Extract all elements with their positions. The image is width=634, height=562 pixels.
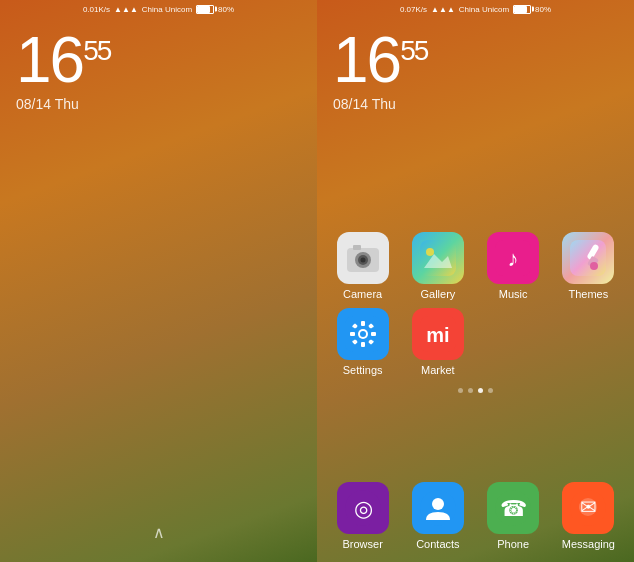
svg-rect-18 xyxy=(361,321,365,326)
market-svg: mi xyxy=(420,316,456,352)
left-carrier: China Unicom xyxy=(142,5,192,14)
svg-text:✉: ✉ xyxy=(580,496,597,518)
settings-svg xyxy=(345,316,381,352)
right-time-minutes: 55 xyxy=(400,35,427,66)
left-battery-icon xyxy=(196,5,214,14)
gallery-svg xyxy=(420,240,456,276)
browser-svg: ◎ xyxy=(345,490,381,526)
themes-svg xyxy=(570,240,606,276)
market-icon: mi xyxy=(412,308,464,360)
contacts-icon xyxy=(412,482,464,534)
left-battery-fill xyxy=(197,6,210,13)
right-status-text: 0.07K/s ▲▲▲ China Unicom 80% xyxy=(400,5,551,14)
camera-svg xyxy=(345,240,381,276)
contacts-svg xyxy=(420,490,456,526)
dock-bar: ◎ Browser Contacts ☎ xyxy=(317,474,634,562)
app-settings[interactable]: Settings xyxy=(329,308,396,376)
right-battery-percent: 80% xyxy=(535,5,551,14)
right-signal-icon: ▲▲▲ xyxy=(431,5,455,14)
right-time-hours: 16 xyxy=(333,24,400,96)
left-status-text: 0.01K/s ▲▲▲ China Unicom 80% xyxy=(83,5,234,14)
left-phone-screen: 0.01K/s ▲▲▲ China Unicom 80% 1655 08/14 … xyxy=(0,0,317,562)
right-carrier: China Unicom xyxy=(459,5,509,14)
left-time: 1655 xyxy=(16,28,301,92)
music-icon: ♪ xyxy=(487,232,539,284)
messaging-label: Messaging xyxy=(562,538,615,550)
swipe-up-indicator[interactable]: ∧ xyxy=(153,523,165,542)
left-date: 08/14 Thu xyxy=(16,96,301,112)
left-time-minutes: 55 xyxy=(83,35,110,66)
app-grid: Camera Ga xyxy=(317,232,634,376)
right-date: 08/14 Thu xyxy=(333,96,618,112)
svg-rect-20 xyxy=(350,332,355,336)
right-phone-screen: 0.07K/s ▲▲▲ China Unicom 80% 1655 08/14 … xyxy=(317,0,634,562)
music-svg: ♪ xyxy=(495,240,531,276)
app-music[interactable]: ♪ Music xyxy=(480,232,547,300)
left-status-bar: 0.01K/s ▲▲▲ China Unicom 80% xyxy=(0,0,317,18)
right-battery-icon xyxy=(513,5,531,14)
app-browser[interactable]: ◎ Browser xyxy=(329,482,396,550)
svg-point-3 xyxy=(360,258,365,263)
camera-icon xyxy=(337,232,389,284)
right-time-display: 1655 08/14 Thu xyxy=(317,18,634,112)
left-time-hours: 16 xyxy=(16,24,83,96)
svg-rect-19 xyxy=(361,342,365,347)
themes-label: Themes xyxy=(569,288,609,300)
svg-rect-21 xyxy=(371,332,376,336)
camera-label: Camera xyxy=(343,288,382,300)
dot-4 xyxy=(488,388,493,393)
svg-text:♪: ♪ xyxy=(508,246,519,271)
gallery-label: Gallery xyxy=(420,288,455,300)
browser-icon: ◎ xyxy=(337,482,389,534)
svg-text:◎: ◎ xyxy=(353,496,372,521)
right-time: 1655 xyxy=(333,28,618,92)
svg-point-17 xyxy=(360,331,366,337)
app-gallery[interactable]: Gallery xyxy=(404,232,471,300)
svg-point-13 xyxy=(590,262,598,270)
themes-icon xyxy=(562,232,614,284)
right-battery-fill xyxy=(514,6,527,13)
app-phone[interactable]: ☎ Phone xyxy=(480,482,547,550)
dot-3 xyxy=(478,388,483,393)
music-label: Music xyxy=(499,288,528,300)
messaging-svg: ✉ xyxy=(570,490,606,526)
market-label: Market xyxy=(421,364,455,376)
settings-label: Settings xyxy=(343,364,383,376)
left-battery-percent: 80% xyxy=(218,5,234,14)
dot-1 xyxy=(458,388,463,393)
app-market[interactable]: mi Market xyxy=(404,308,471,376)
phone-svg: ☎ xyxy=(495,490,531,526)
svg-rect-4 xyxy=(353,245,361,250)
app-camera[interactable]: Camera xyxy=(329,232,396,300)
left-signal-icon: ▲▲▲ xyxy=(114,5,138,14)
contacts-label: Contacts xyxy=(416,538,459,550)
app-contacts[interactable]: Contacts xyxy=(404,482,471,550)
svg-point-7 xyxy=(426,248,434,256)
app-themes[interactable]: Themes xyxy=(555,232,622,300)
svg-point-31 xyxy=(432,498,444,510)
svg-text:mi: mi xyxy=(426,324,449,346)
settings-icon xyxy=(337,308,389,360)
gallery-icon xyxy=(412,232,464,284)
dot-2 xyxy=(468,388,473,393)
left-network-speed: 0.01K/s xyxy=(83,5,110,14)
browser-label: Browser xyxy=(342,538,382,550)
svg-text:☎: ☎ xyxy=(500,496,527,521)
app-messaging[interactable]: ✉ Messaging xyxy=(555,482,622,550)
messaging-icon: ✉ xyxy=(562,482,614,534)
left-time-display: 1655 08/14 Thu xyxy=(0,18,317,112)
right-network-speed: 0.07K/s xyxy=(400,5,427,14)
phone-icon: ☎ xyxy=(487,482,539,534)
right-status-bar: 0.07K/s ▲▲▲ China Unicom 80% xyxy=(317,0,634,18)
phone-label: Phone xyxy=(497,538,529,550)
svg-rect-10 xyxy=(570,240,606,276)
page-dots xyxy=(317,388,634,393)
